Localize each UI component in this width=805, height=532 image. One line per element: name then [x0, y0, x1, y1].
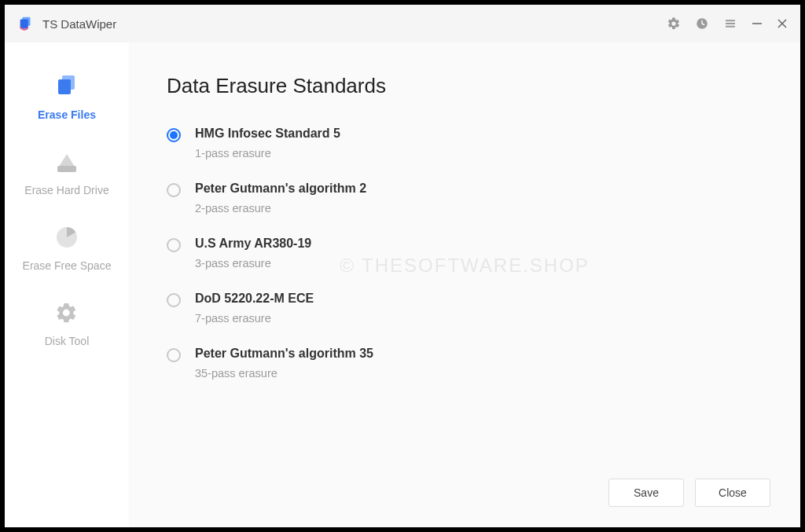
svg-rect-10 [58, 79, 71, 94]
option-dod-5220-22-m-ece[interactable]: DoD 5220.22-M ECE 7-pass erasure [167, 292, 777, 325]
app-icon [17, 15, 35, 32]
option-desc: 3-pass erasure [195, 257, 311, 270]
option-name: U.S Army AR380-19 [195, 237, 311, 251]
svg-rect-11 [57, 166, 76, 172]
option-name: HMG Infosec Standard 5 [195, 127, 340, 141]
sidebar-item-label: Erase Hard Drive [24, 184, 108, 196]
body: Erase Files Erase Hard Drive [5, 42, 800, 527]
pie-icon [51, 222, 83, 253]
titlebar: TS DataWiper [5, 5, 800, 42]
option-us-army-ar380-19[interactable]: U.S Army AR380-19 3-pass erasure [167, 237, 777, 270]
gear-icon [51, 297, 83, 328]
close-button[interactable] [777, 18, 788, 29]
sidebar-item-erase-free-space[interactable]: Erase Free Space [5, 211, 129, 286]
settings-icon[interactable] [667, 17, 681, 31]
option-desc: 2-pass erasure [195, 202, 366, 215]
option-desc: 35-pass erasure [195, 367, 373, 380]
history-icon[interactable] [695, 17, 709, 31]
option-desc: 1-pass erasure [195, 147, 340, 160]
app-window: TS DataWiper [5, 5, 800, 527]
option-desc: 7-pass erasure [195, 312, 314, 325]
sidebar-item-erase-hard-drive[interactable]: Erase Hard Drive [5, 135, 129, 211]
radio-icon [167, 348, 181, 362]
option-hmg-infosec-5[interactable]: HMG Infosec Standard 5 1-pass erasure [167, 127, 777, 160]
sidebar-item-disk-tool[interactable]: Disk Tool [5, 286, 129, 361]
files-icon [51, 71, 83, 102]
option-gutmann-35[interactable]: Peter Gutmann's algorithm 35 35-pass era… [167, 347, 777, 380]
sidebar-item-label: Disk Tool [45, 335, 90, 347]
radio-icon [167, 293, 181, 307]
radio-icon [167, 183, 181, 197]
save-button[interactable]: Save [608, 479, 684, 507]
minimize-button[interactable] [752, 18, 763, 29]
svg-rect-1 [20, 20, 28, 29]
option-name: DoD 5220.22-M ECE [195, 292, 314, 306]
radio-icon [167, 128, 181, 142]
sidebar: Erase Files Erase Hard Drive [5, 42, 129, 527]
option-name: Peter Gutmann's algorithm 2 [195, 182, 366, 196]
app-title: TS DataWiper [42, 17, 116, 31]
options-list: HMG Infosec Standard 5 1-pass erasure Pe… [167, 127, 777, 380]
page-title: Data Erasure Standards [167, 74, 777, 98]
radio-icon [167, 238, 181, 252]
menu-icon[interactable] [723, 17, 737, 31]
titlebar-left: TS DataWiper [17, 15, 116, 32]
sidebar-item-erase-files[interactable]: Erase Files [5, 60, 129, 135]
sidebar-item-label: Erase Free Space [23, 259, 112, 272]
close-dialog-button[interactable]: Close [695, 479, 770, 507]
sidebar-item-label: Erase Files [38, 108, 96, 121]
main-panel: Data Erasure Standards HMG Infosec Stand… [129, 42, 800, 527]
footer: Save Close [167, 479, 777, 512]
titlebar-right [667, 17, 788, 31]
option-gutmann-2[interactable]: Peter Gutmann's algorithm 2 2-pass erasu… [167, 182, 777, 215]
option-name: Peter Gutmann's algorithm 35 [195, 347, 373, 361]
hard-drive-icon [51, 146, 83, 178]
